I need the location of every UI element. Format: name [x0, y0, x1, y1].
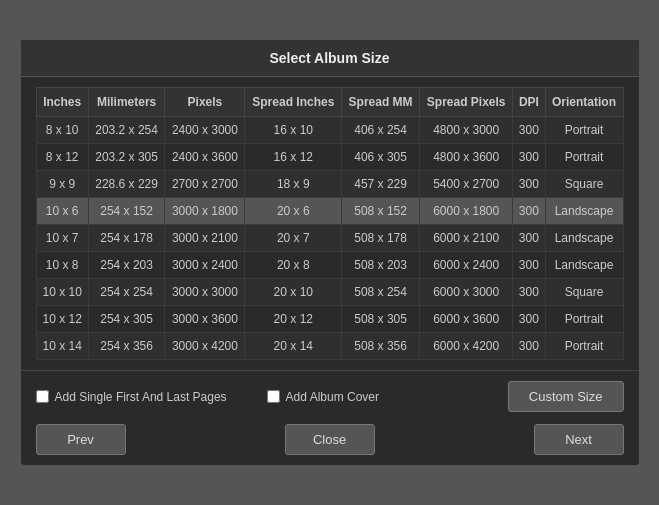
table-cell: 254 x 178 [88, 225, 165, 252]
table-row[interactable]: 10 x 7254 x 1783000 x 210020 x 7508 x 17… [36, 225, 623, 252]
table-row[interactable]: 9 x 9228.6 x 2292700 x 270018 x 9457 x 2… [36, 171, 623, 198]
table-cell: 6000 x 2400 [420, 252, 513, 279]
table-cell: 3000 x 3000 [165, 279, 245, 306]
table-cell: Landscape [545, 198, 623, 225]
table-cell: 406 x 254 [342, 117, 420, 144]
table-cell: Landscape [545, 225, 623, 252]
table-cell: 300 [513, 252, 545, 279]
table-cell: 20 x 12 [245, 306, 342, 333]
col-header-millimeters: Milimeters [88, 88, 165, 117]
table-row[interactable]: 10 x 8254 x 2033000 x 240020 x 8508 x 20… [36, 252, 623, 279]
col-header-dpi: DPI [513, 88, 545, 117]
table-cell: 8 x 10 [36, 117, 88, 144]
table-cell: 10 x 7 [36, 225, 88, 252]
album-size-table: Inches Milimeters Pixels Spread Inches S… [36, 87, 624, 360]
col-header-pixels: Pixels [165, 88, 245, 117]
table-cell: 2400 x 3600 [165, 144, 245, 171]
table-cell: 10 x 6 [36, 198, 88, 225]
table-cell: 16 x 12 [245, 144, 342, 171]
table-cell: 300 [513, 144, 545, 171]
table-cell: Square [545, 171, 623, 198]
table-cell: 254 x 152 [88, 198, 165, 225]
table-row[interactable]: 10 x 14254 x 3563000 x 420020 x 14508 x … [36, 333, 623, 360]
table-cell: 8 x 12 [36, 144, 88, 171]
table-cell: 20 x 7 [245, 225, 342, 252]
table-cell: 4800 x 3000 [420, 117, 513, 144]
table-cell: Portrait [545, 144, 623, 171]
dialog-title: Select Album Size [21, 40, 639, 77]
table-row[interactable]: 10 x 6254 x 1523000 x 180020 x 6508 x 15… [36, 198, 623, 225]
table-cell: 20 x 8 [245, 252, 342, 279]
table-cell: 300 [513, 225, 545, 252]
table-cell: 18 x 9 [245, 171, 342, 198]
table-cell: 6000 x 4200 [420, 333, 513, 360]
custom-size-button[interactable]: Custom Size [508, 381, 624, 412]
table-cell: 3000 x 2400 [165, 252, 245, 279]
table-cell: 10 x 8 [36, 252, 88, 279]
next-button[interactable]: Next [534, 424, 624, 455]
table-cell: 300 [513, 306, 545, 333]
select-album-size-dialog: Select Album Size Inches Milimeters Pixe… [20, 39, 640, 466]
table-cell: 2400 x 3000 [165, 117, 245, 144]
table-row[interactable]: 8 x 10203.2 x 2542400 x 300016 x 10406 x… [36, 117, 623, 144]
table-cell: 20 x 10 [245, 279, 342, 306]
table-cell: Square [545, 279, 623, 306]
table-cell: 20 x 6 [245, 198, 342, 225]
table-row[interactable]: 10 x 10254 x 2543000 x 300020 x 10508 x … [36, 279, 623, 306]
col-header-inches: Inches [36, 88, 88, 117]
first-last-pages-checkbox-item[interactable]: Add Single First And Last Pages [36, 390, 227, 404]
table-row[interactable]: 10 x 12254 x 3053000 x 360020 x 12508 x … [36, 306, 623, 333]
table-cell: 300 [513, 198, 545, 225]
table-cell: 3000 x 3600 [165, 306, 245, 333]
table-cell: 6000 x 2100 [420, 225, 513, 252]
album-cover-checkbox[interactable] [267, 390, 280, 403]
table-cell: 3000 x 4200 [165, 333, 245, 360]
table-cell: Portrait [545, 117, 623, 144]
table-cell: 300 [513, 333, 545, 360]
table-cell: 254 x 203 [88, 252, 165, 279]
first-last-pages-checkbox[interactable] [36, 390, 49, 403]
table-cell: 6000 x 3600 [420, 306, 513, 333]
table-cell: 6000 x 1800 [420, 198, 513, 225]
table-cell: 508 x 178 [342, 225, 420, 252]
table-cell: 508 x 254 [342, 279, 420, 306]
table-cell: 457 x 229 [342, 171, 420, 198]
table-cell: 508 x 203 [342, 252, 420, 279]
table-row[interactable]: 8 x 12203.2 x 3052400 x 360016 x 12406 x… [36, 144, 623, 171]
col-header-spread-mm: Spread MM [342, 88, 420, 117]
checkboxes-row: Add Single First And Last Pages Add Albu… [36, 381, 624, 412]
table-cell: 508 x 356 [342, 333, 420, 360]
table-cell: 3000 x 1800 [165, 198, 245, 225]
bottom-section: Add Single First And Last Pages Add Albu… [21, 370, 639, 465]
table-cell: 300 [513, 279, 545, 306]
table-cell: 508 x 305 [342, 306, 420, 333]
close-button[interactable]: Close [285, 424, 375, 455]
table-cell: 254 x 305 [88, 306, 165, 333]
table-cell: 203.2 x 305 [88, 144, 165, 171]
table-cell: 9 x 9 [36, 171, 88, 198]
col-header-spread-inches: Spread Inches [245, 88, 342, 117]
table-cell: 10 x 12 [36, 306, 88, 333]
table-cell: 254 x 254 [88, 279, 165, 306]
prev-button[interactable]: Prev [36, 424, 126, 455]
table-container: Inches Milimeters Pixels Spread Inches S… [21, 77, 639, 370]
table-cell: 5400 x 2700 [420, 171, 513, 198]
table-cell: 2700 x 2700 [165, 171, 245, 198]
buttons-row: Prev Close Next [36, 424, 624, 455]
table-cell: 406 x 305 [342, 144, 420, 171]
table-cell: 228.6 x 229 [88, 171, 165, 198]
table-cell: 10 x 14 [36, 333, 88, 360]
album-cover-label: Add Album Cover [286, 390, 379, 404]
table-cell: Portrait [545, 306, 623, 333]
table-cell: 254 x 356 [88, 333, 165, 360]
col-header-spread-pixels: Spread Pixels [420, 88, 513, 117]
album-cover-checkbox-item[interactable]: Add Album Cover [267, 390, 379, 404]
table-cell: 300 [513, 171, 545, 198]
table-cell: 10 x 10 [36, 279, 88, 306]
col-header-orientation: Orientation [545, 88, 623, 117]
table-cell: 3000 x 2100 [165, 225, 245, 252]
first-last-pages-label: Add Single First And Last Pages [55, 390, 227, 404]
table-cell: 203.2 x 254 [88, 117, 165, 144]
table-cell: 4800 x 3600 [420, 144, 513, 171]
table-cell: 508 x 152 [342, 198, 420, 225]
